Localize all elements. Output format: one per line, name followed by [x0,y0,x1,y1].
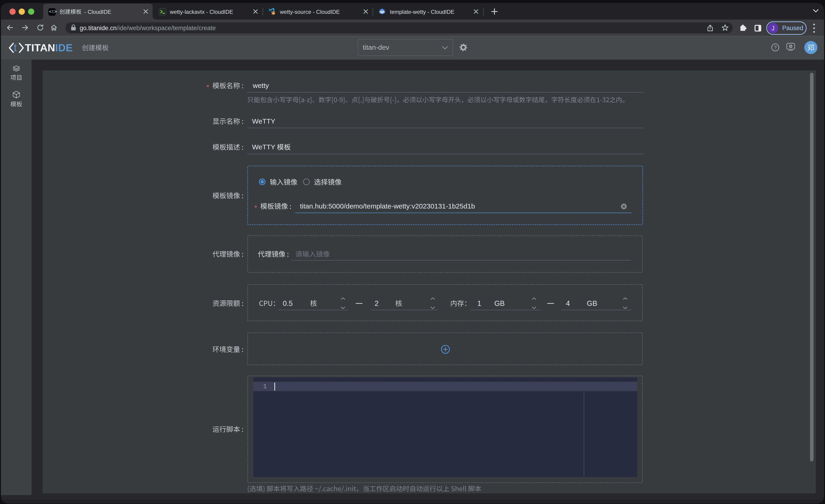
svg-text:JS: JS [272,12,275,14]
svg-text:?: ? [774,45,777,51]
svg-text:</>: </> [381,9,383,11]
